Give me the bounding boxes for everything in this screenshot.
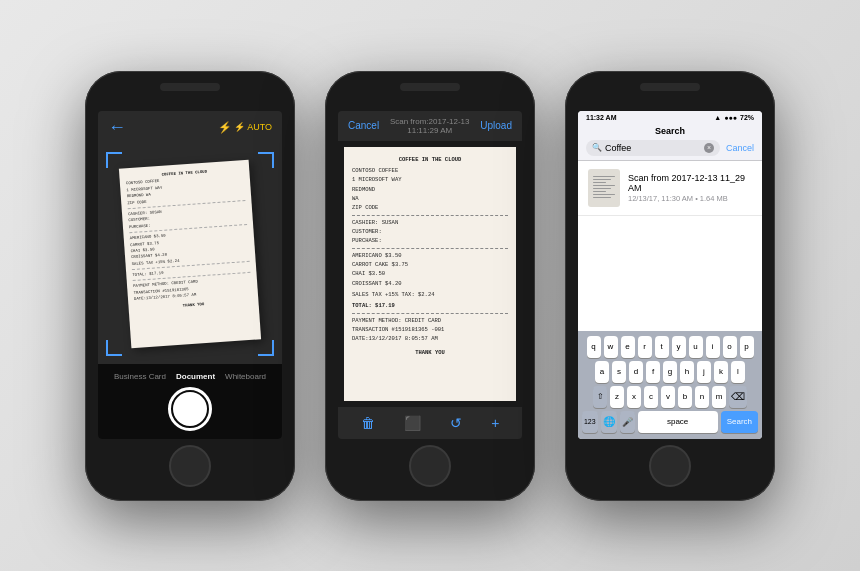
key-space[interactable]: space — [638, 411, 718, 433]
phone-2-screen: Cancel Scan from:2017-12-13 11:11:29 AM … — [338, 111, 522, 439]
document-top-bar: Cancel Scan from:2017-12-13 11:11:29 AM … — [338, 111, 522, 141]
search-clear-button[interactable]: × — [704, 143, 714, 153]
key-r[interactable]: r — [638, 336, 652, 358]
phone-3: 11:32 AM ▲ ●●● 72% Search 🔍 Coffee × — [565, 71, 775, 501]
key-j[interactable]: j — [697, 361, 711, 383]
key-p[interactable]: p — [740, 336, 754, 358]
delete-tool-icon[interactable]: 🗑 — [361, 415, 375, 431]
search-cancel-button[interactable]: Cancel — [726, 143, 754, 153]
key-e[interactable]: e — [621, 336, 635, 358]
key-k[interactable]: k — [714, 361, 728, 383]
status-time: 11:32 AM — [586, 114, 616, 121]
keyboard-row-2: a s d f g h j k l — [581, 361, 759, 383]
result-thumbnail — [588, 169, 620, 207]
camera-screen: ← ⚡ ⚡ AUTO COFFEE IN THE CLOUD CONTOSO C… — [98, 111, 282, 439]
scene: ← ⚡ ⚡ AUTO COFFEE IN THE CLOUD CONTOSO C… — [0, 0, 860, 571]
shutter-button[interactable] — [168, 387, 212, 431]
corner-bl — [106, 340, 122, 356]
key-y[interactable]: y — [672, 336, 686, 358]
thumb-line-6 — [593, 191, 606, 193]
corner-br — [258, 340, 274, 356]
key-n[interactable]: n — [695, 386, 709, 408]
camera-viewfinder: COFFEE IN THE CLOUD CONTOSO COFFEE 1 MIC… — [98, 144, 282, 364]
result-item[interactable]: Scan from 2017-12-13 11_29 AM 12/13/17, … — [578, 161, 762, 216]
key-f[interactable]: f — [646, 361, 660, 383]
thumb-line-8 — [593, 197, 611, 199]
shutter-inner — [173, 392, 207, 426]
keyboard-row-1: q w e r t y u i o p — [581, 336, 759, 358]
key-m[interactable]: m — [712, 386, 726, 408]
wifi-icon: ▲ — [714, 114, 721, 121]
key-mic[interactable]: 🎤 — [620, 411, 635, 433]
document-content: COFFEE IN THE CLOUD CONTOSO COFFEE 1 MIC… — [344, 147, 516, 401]
result-info: Scan from 2017-12-13 11_29 AM 12/13/17, … — [628, 173, 752, 203]
rotate-tool-icon[interactable]: ↺ — [450, 415, 462, 431]
key-i[interactable]: i — [706, 336, 720, 358]
key-q[interactable]: q — [587, 336, 601, 358]
key-v[interactable]: v — [661, 386, 675, 408]
receipt-content: COFFEE IN THE CLOUD CONTOSO COFFEE 1 MIC… — [119, 159, 259, 318]
thumb-line-7 — [593, 194, 615, 196]
corner-tl — [106, 152, 122, 168]
flash-indicator[interactable]: ⚡ ⚡ AUTO — [218, 121, 272, 134]
key-a[interactable]: a — [595, 361, 609, 383]
search-results: Scan from 2017-12-13 11_29 AM 12/13/17, … — [578, 161, 762, 331]
status-bar: 11:32 AM ▲ ●●● 72% — [578, 111, 762, 124]
mode-whiteboard[interactable]: Whiteboard — [225, 372, 266, 381]
key-search[interactable]: Search — [721, 411, 758, 433]
camera-top-bar: ← ⚡ ⚡ AUTO — [98, 111, 282, 144]
nav-title: Search — [586, 126, 754, 136]
key-h[interactable]: h — [680, 361, 694, 383]
search-input-value[interactable]: Coffee — [605, 143, 631, 153]
battery-indicator: 72% — [740, 114, 754, 121]
document-toolbar: 🗑 ⬛ ↺ + — [338, 407, 522, 439]
key-t[interactable]: t — [655, 336, 669, 358]
thumb-line-2 — [593, 179, 611, 181]
corner-tr — [258, 152, 274, 168]
result-title: Scan from 2017-12-13 11_29 AM — [628, 173, 752, 193]
search-screen: 11:32 AM ▲ ●●● 72% Search 🔍 Coffee × — [578, 111, 762, 439]
cancel-button[interactable]: Cancel — [348, 120, 379, 131]
result-meta: 12/13/17, 11:30 AM • 1.64 MB — [628, 194, 752, 203]
thumb-line-5 — [593, 188, 611, 190]
key-c[interactable]: c — [644, 386, 658, 408]
receipt-photo: COFFEE IN THE CLOUD CONTOSO COFFEE 1 MIC… — [119, 159, 261, 348]
mode-document[interactable]: Document — [176, 372, 215, 381]
phone-3-screen: 11:32 AM ▲ ●●● 72% Search 🔍 Coffee × — [578, 111, 762, 439]
search-icon: 🔍 — [592, 143, 602, 152]
key-globe[interactable]: 🌐 — [601, 411, 617, 433]
keyboard-row-4: 123 🌐 🎤 space Search — [581, 411, 759, 433]
key-s[interactable]: s — [612, 361, 626, 383]
thumb-line-1 — [593, 176, 615, 178]
receipt-text: COFFEE IN THE CLOUD CONTOSO COFFEE 1 MIC… — [352, 155, 508, 358]
key-w[interactable]: w — [604, 336, 618, 358]
thumb-line-4 — [593, 185, 615, 187]
add-tool-icon[interactable]: + — [491, 415, 499, 431]
phone-1-screen: ← ⚡ ⚡ AUTO COFFEE IN THE CLOUD CONTOSO C… — [98, 111, 282, 439]
nav-bar: Search 🔍 Coffee × Cancel — [578, 124, 762, 161]
search-bar[interactable]: 🔍 Coffee × — [586, 140, 720, 156]
key-b[interactable]: b — [678, 386, 692, 408]
document-screen: Cancel Scan from:2017-12-13 11:11:29 AM … — [338, 111, 522, 439]
keyboard-row-3: ⇧ z x c v b n m ⌫ — [581, 386, 759, 408]
thumbnail-content — [591, 173, 617, 203]
key-shift[interactable]: ⇧ — [593, 386, 607, 408]
upload-button[interactable]: Upload — [480, 120, 512, 131]
key-l[interactable]: l — [731, 361, 745, 383]
key-numbers[interactable]: 123 — [582, 411, 598, 433]
key-x[interactable]: x — [627, 386, 641, 408]
key-z[interactable]: z — [610, 386, 624, 408]
key-o[interactable]: o — [723, 336, 737, 358]
phone-1: ← ⚡ ⚡ AUTO COFFEE IN THE CLOUD CONTOSO C… — [85, 71, 295, 501]
scan-title: Scan from:2017-12-13 11:11:29 AM — [379, 117, 480, 135]
crop-tool-icon[interactable]: ⬛ — [404, 415, 421, 431]
key-g[interactable]: g — [663, 361, 677, 383]
back-icon[interactable]: ← — [108, 117, 126, 138]
mode-business-card[interactable]: Business Card — [114, 372, 166, 381]
key-d[interactable]: d — [629, 361, 643, 383]
keyboard[interactable]: q w e r t y u i o p a s d — [578, 331, 762, 439]
camera-bottom: Business Card Document Whiteboard — [98, 364, 282, 439]
signal-icon: ●●● — [724, 114, 737, 121]
key-u[interactable]: u — [689, 336, 703, 358]
key-delete[interactable]: ⌫ — [729, 386, 747, 408]
